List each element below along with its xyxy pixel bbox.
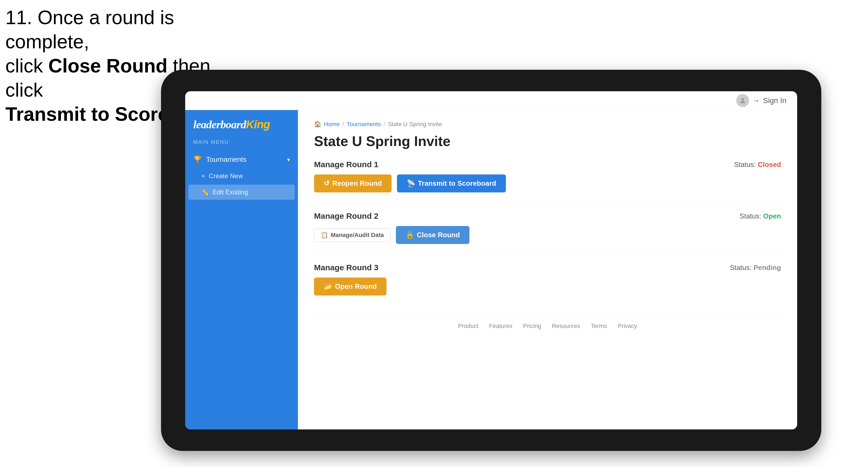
sidebar-item-edit-existing[interactable]: ✏️ Edit Existing xyxy=(188,185,295,200)
round-3-title: Manage Round 3 xyxy=(314,263,378,272)
plus-icon: + xyxy=(201,172,205,180)
round-1-status: Status: Closed xyxy=(734,160,781,169)
page-title: State U Spring Invite xyxy=(314,133,781,149)
logo-area: leaderboardKing xyxy=(185,118,298,139)
edit-icon: ✏️ xyxy=(201,188,209,196)
transmit-to-scoreboard-button[interactable]: 📡 Transmit to Scoreboard xyxy=(397,175,506,192)
round-2-status-value: Open xyxy=(763,212,781,220)
transmit-icon: 📡 xyxy=(407,179,415,188)
round-1-status-value: Closed xyxy=(758,160,781,168)
open-round-button[interactable]: 📂 Open Round xyxy=(314,278,386,295)
round-1-header: Manage Round 1 Status: Closed xyxy=(314,160,781,169)
sign-in-arrow-icon: → xyxy=(752,96,760,105)
breadcrumb-tournaments[interactable]: Tournaments xyxy=(347,121,381,128)
top-bar: → Sign In xyxy=(185,91,797,110)
sidebar-item-create-new[interactable]: + Create New xyxy=(185,168,298,184)
footer-pricing[interactable]: Pricing xyxy=(523,322,541,330)
sidebar: leaderboardKing MAIN MENU 🏆 Tournaments … xyxy=(185,110,298,429)
sign-in-label[interactable]: Sign In xyxy=(763,96,786,105)
breadcrumb-sep2: / xyxy=(383,121,385,128)
reopen-round-button[interactable]: ↺ Reopen Round xyxy=(314,175,392,192)
breadcrumb-current: State U Spring Invite xyxy=(388,121,442,128)
trophy-icon: 🏆 xyxy=(193,155,202,164)
lock-icon: 🔒 xyxy=(406,231,414,239)
round-3-header: Manage Round 3 Status: Pending xyxy=(314,263,781,272)
round-2-status: Status: Open xyxy=(739,212,781,220)
edit-existing-label: Edit Existing xyxy=(213,188,248,196)
sidebar-item-tournaments[interactable]: 🏆 Tournaments ▾ xyxy=(185,151,298,168)
round-1-section: Manage Round 1 Status: Closed ↺ Reopen R… xyxy=(314,160,781,201)
breadcrumb-home[interactable]: Home xyxy=(324,121,340,128)
svg-point-2 xyxy=(741,98,744,100)
open-icon: 📂 xyxy=(324,282,332,291)
round-1-title: Manage Round 1 xyxy=(314,160,378,169)
footer-resources[interactable]: Resources xyxy=(552,322,580,330)
footer-privacy[interactable]: Privacy xyxy=(618,322,637,330)
round-2-header: Manage Round 2 Status: Open xyxy=(314,212,781,221)
main-layout: leaderboardKing MAIN MENU 🏆 Tournaments … xyxy=(185,110,797,429)
audit-icon: 📋 xyxy=(321,231,328,239)
manage-audit-data-button[interactable]: 📋 Manage/Audit Data xyxy=(314,228,391,242)
tablet-frame: → Sign In leaderboardKing MAIN MENU 🏆 To… xyxy=(161,70,821,451)
footer-product[interactable]: Product xyxy=(458,322,478,330)
main-menu-label: MAIN MENU xyxy=(185,139,298,151)
chevron-down-icon: ▾ xyxy=(287,156,290,163)
breadcrumb-home-icon: 🏠 xyxy=(314,121,321,128)
avatar xyxy=(736,94,749,107)
instruction-line1: 11. Once a round is complete, xyxy=(5,5,247,54)
tournaments-label: Tournaments xyxy=(206,155,246,164)
round-3-status-value: Pending xyxy=(753,263,781,272)
close-round-button[interactable]: 🔒 Close Round xyxy=(396,226,469,244)
round-2-section: Manage Round 2 Status: Open 📋 Manage/Aud… xyxy=(314,212,781,252)
round-2-actions: 📋 Manage/Audit Data 🔒 Close Round xyxy=(314,226,781,244)
round-3-actions: 📂 Open Round xyxy=(314,278,781,295)
sign-in-area[interactable]: → Sign In xyxy=(736,94,786,107)
round-2-title: Manage Round 2 xyxy=(314,212,378,221)
round-1-actions: ↺ Reopen Round 📡 Transmit to Scoreboard xyxy=(314,175,781,192)
reopen-icon: ↺ xyxy=(324,179,330,188)
breadcrumb-sep1: / xyxy=(342,121,344,128)
logo: leaderboardKing xyxy=(193,118,290,131)
footer: Product Features Pricing Resources Terms… xyxy=(314,314,781,338)
footer-features[interactable]: Features xyxy=(489,322,513,330)
round-3-section: Manage Round 3 Status: Pending 📂 Open Ro… xyxy=(314,263,781,304)
create-new-label: Create New xyxy=(209,172,243,180)
content-area: 🏠 Home / Tournaments / State U Spring In… xyxy=(298,110,797,429)
breadcrumb: 🏠 Home / Tournaments / State U Spring In… xyxy=(314,121,781,128)
footer-terms[interactable]: Terms xyxy=(591,322,607,330)
tablet-screen: → Sign In leaderboardKing MAIN MENU 🏆 To… xyxy=(185,91,797,429)
round-3-status: Status: Pending xyxy=(730,263,781,272)
